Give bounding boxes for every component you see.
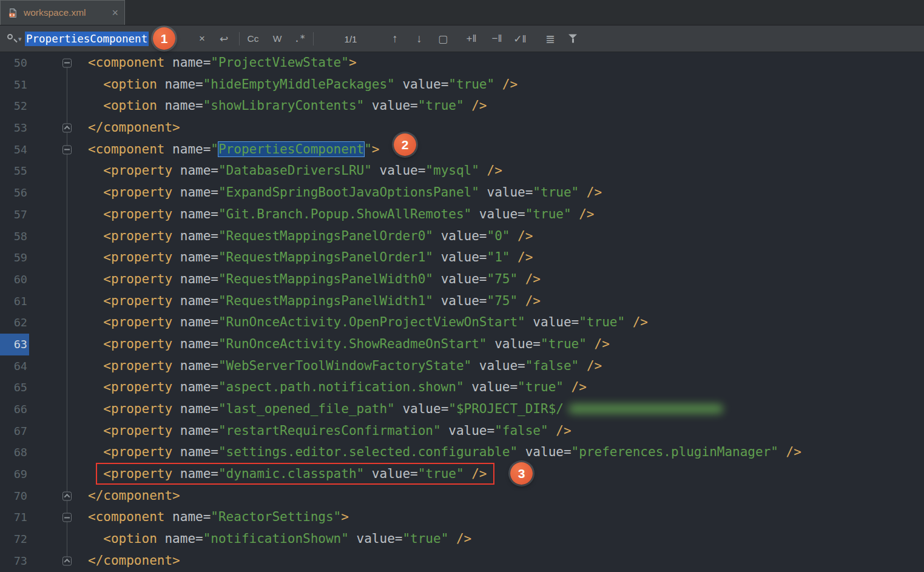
- code-line[interactable]: 55 <property name="DatabaseDriversLRU" v…: [0, 160, 924, 182]
- code-text: <option name="showLibraryContents" value…: [88, 95, 924, 117]
- line-number[interactable]: 57: [0, 204, 29, 226]
- toolbar-divider: [313, 32, 314, 45]
- next-occurrence-button[interactable]: ↓: [409, 32, 430, 45]
- code-line[interactable]: 69 <property name="dynamic.classpath" va…: [0, 463, 924, 485]
- redacted-blur: [568, 404, 723, 414]
- tab-title: workspace.xml: [24, 7, 106, 18]
- tab-workspace-xml[interactable]: workspace.xml ×: [0, 0, 125, 25]
- fold-start-icon[interactable]: [62, 58, 72, 67]
- code-text: <property name="settings.editor.selected…: [88, 442, 924, 463]
- code-text: <option name="notificationShown" value="…: [88, 528, 924, 550]
- search-history-chevron-icon[interactable]: ▾: [18, 35, 22, 42]
- line-number[interactable]: 62: [0, 312, 29, 334]
- code-line[interactable]: 66 <property name="last_opened_file_path…: [0, 399, 924, 420]
- fold-column: [29, 550, 88, 572]
- line-number[interactable]: 69: [0, 463, 29, 485]
- code-text: <component name="ProjectViewState">: [88, 52, 924, 74]
- code-text: <property name="dynamic.classpath" value…: [88, 463, 924, 485]
- code-line[interactable]: 50<component name="ProjectViewState">: [0, 52, 924, 74]
- structure-view-icon[interactable]: ≣: [540, 32, 561, 45]
- fold-column: [29, 160, 88, 182]
- code-line[interactable]: 52 <option name="showLibraryContents" va…: [0, 95, 924, 117]
- regex-toggle[interactable]: .*: [289, 33, 310, 44]
- fold-end-icon[interactable]: [62, 491, 72, 500]
- select-all-occurrences-icon[interactable]: ✓ǁ: [510, 32, 530, 45]
- line-number[interactable]: 50: [0, 52, 29, 74]
- line-number[interactable]: 64: [0, 355, 29, 377]
- close-tab-icon[interactable]: ×: [112, 7, 118, 18]
- line-number[interactable]: 55: [0, 160, 29, 182]
- code-line[interactable]: 72 <option name="notificationShown" valu…: [0, 528, 924, 550]
- line-number[interactable]: 60: [0, 269, 29, 291]
- annotation-badge-2: 2: [394, 133, 416, 156]
- line-number[interactable]: 71: [0, 506, 29, 528]
- code-line[interactable]: 57 <property name="Git.Branch.Popup.Show…: [0, 204, 924, 226]
- line-number[interactable]: 52: [0, 95, 29, 117]
- fold-end-icon[interactable]: [62, 123, 72, 132]
- previous-occurrence-button[interactable]: ↑: [385, 32, 405, 45]
- line-number[interactable]: 53: [0, 117, 29, 139]
- line-number[interactable]: 61: [0, 291, 29, 312]
- filter-icon[interactable]: [568, 34, 578, 43]
- multiline-search-icon[interactable]: ↩: [214, 32, 234, 45]
- toolbar-divider: [239, 32, 240, 45]
- line-number[interactable]: 68: [0, 442, 29, 463]
- code-line[interactable]: 59 <property name="RequestMappingsPanelO…: [0, 247, 924, 269]
- code-editor[interactable]: 50<component name="ProjectViewState">51 …: [0, 52, 924, 572]
- fold-column: [29, 291, 88, 312]
- fold-end-icon[interactable]: [62, 556, 72, 565]
- code-line[interactable]: 62 <property name="RunOnceActivity.OpenP…: [0, 312, 924, 334]
- line-number[interactable]: 58: [0, 226, 29, 247]
- words-toggle[interactable]: W: [267, 33, 288, 44]
- editor-lines: 50<component name="ProjectViewState">51 …: [0, 52, 924, 572]
- code-line[interactable]: 65 <property name="aspect.path.notificat…: [0, 377, 924, 399]
- code-text: <property name="RunOnceActivity.OpenProj…: [88, 312, 924, 334]
- remove-selection-icon[interactable]: −ǁ: [487, 33, 507, 45]
- clear-search-icon[interactable]: ×: [192, 33, 212, 45]
- code-line[interactable]: 73</component>: [0, 550, 924, 572]
- search-input[interactable]: PropertiesComponent: [25, 32, 149, 46]
- code-line[interactable]: 70</component>: [0, 485, 924, 507]
- code-text: <property name="Git.Branch.Popup.ShowAll…: [88, 204, 924, 226]
- line-number[interactable]: 73: [0, 550, 29, 572]
- code-line[interactable]: 54<component name="PropertiesComponent">: [0, 139, 924, 161]
- line-number[interactable]: 65: [0, 377, 29, 399]
- code-line[interactable]: 60 <property name="RequestMappingsPanelW…: [0, 269, 924, 291]
- fold-column: [29, 95, 88, 117]
- add-selection-icon[interactable]: +ǁ: [461, 33, 482, 45]
- code-line[interactable]: 51 <option name="hideEmptyMiddlePackages…: [0, 74, 924, 96]
- fold-column: [29, 52, 88, 74]
- code-text: <property name="aspect.path.notification…: [88, 377, 924, 399]
- fold-start-icon[interactable]: [62, 145, 72, 154]
- line-number[interactable]: 54: [0, 139, 29, 161]
- fold-column: [29, 485, 88, 507]
- fold-column: [29, 420, 88, 442]
- code-line[interactable]: 53</component>: [0, 117, 924, 139]
- line-number[interactable]: 70: [0, 485, 29, 507]
- code-text: <option name="hideEmptyMiddlePackages" v…: [88, 74, 924, 96]
- code-line[interactable]: 64 <property name="WebServerToolWindowFa…: [0, 355, 924, 377]
- line-number[interactable]: 72: [0, 528, 29, 550]
- line-number[interactable]: 67: [0, 420, 29, 442]
- line-number[interactable]: 56: [0, 182, 29, 204]
- fold-column: [29, 355, 88, 377]
- code-text: </component>: [88, 550, 924, 572]
- code-line[interactable]: 67 <property name="restartRequiresConfir…: [0, 420, 924, 442]
- code-line[interactable]: 68 <property name="settings.editor.selec…: [0, 442, 924, 463]
- line-number[interactable]: 63: [0, 334, 29, 355]
- line-number[interactable]: 66: [0, 399, 29, 420]
- match-case-toggle[interactable]: Cc: [243, 33, 263, 44]
- code-line[interactable]: 61 <property name="RequestMappingsPanelW…: [0, 291, 924, 312]
- fold-start-icon[interactable]: [62, 513, 72, 522]
- line-number[interactable]: 59: [0, 247, 29, 269]
- open-results-in-find-window-icon[interactable]: ▢: [433, 32, 453, 45]
- annotation-red-box: <property name="dynamic.classpath" value…: [96, 463, 494, 485]
- search-icon[interactable]: [7, 33, 18, 44]
- code-text: <property name="ExpandSpringBootJavaOpti…: [88, 182, 924, 204]
- code-line[interactable]: 71<component name="ReactorSettings">: [0, 506, 924, 528]
- code-text: <property name="RequestMappingsPanelOrde…: [88, 247, 924, 269]
- code-line[interactable]: 58 <property name="RequestMappingsPanelO…: [0, 226, 924, 247]
- code-line[interactable]: 56 <property name="ExpandSpringBootJavaO…: [0, 182, 924, 204]
- code-line[interactable]: 63 <property name="RunOnceActivity.ShowR…: [0, 334, 924, 355]
- line-number[interactable]: 51: [0, 74, 29, 96]
